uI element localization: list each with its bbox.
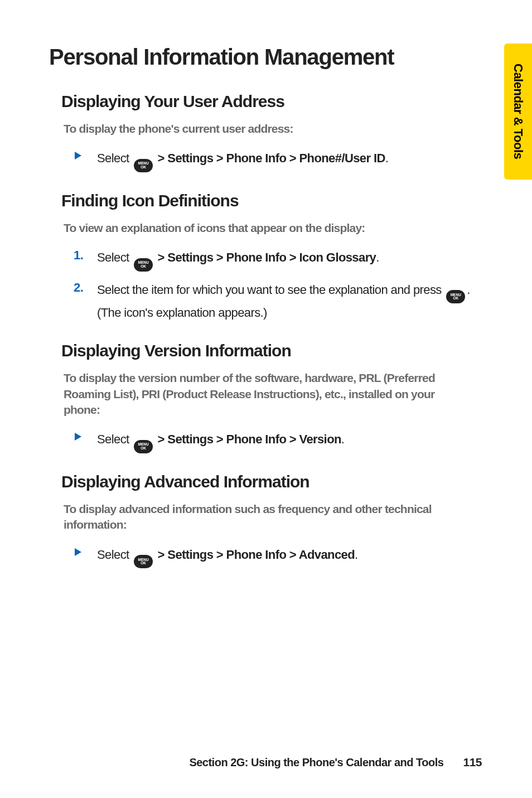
text: . <box>341 432 345 446</box>
step-number: 2. <box>74 280 97 295</box>
svg-marker-0 <box>75 152 81 159</box>
nav-path: > Settings > Phone Info > Advanced <box>154 548 355 562</box>
text: Select <box>97 432 132 446</box>
text: Settings > Phone Info > Icon Glossary <box>167 250 376 264</box>
section-title: Finding Icon Definitions <box>61 191 476 210</box>
triangle-right-icon <box>74 430 97 441</box>
text: > <box>154 548 167 562</box>
list-item: Select MENU OK > Settings > Phone Info >… <box>74 149 475 172</box>
text: . <box>385 151 389 165</box>
triangle-right-icon <box>74 545 97 557</box>
text: > <box>154 250 167 264</box>
step-number: 1. <box>74 248 97 263</box>
nav-path: > Settings > Phone Info > Icon Glossary <box>154 250 376 264</box>
side-tab: Calendar & Tools <box>504 43 532 180</box>
step-text: Select MENU OK > Settings > Phone Info >… <box>97 430 344 453</box>
key-label: MENU OK <box>138 162 148 169</box>
section-advanced-info: Displaying Advanced Information To displ… <box>49 472 476 568</box>
page-title: Personal Information Management <box>49 45 462 70</box>
section-subtitle: To display the phone's current user addr… <box>64 121 454 137</box>
step-text: Select MENU OK > Settings > Phone Info >… <box>97 545 358 569</box>
section-subtitle: To display advanced information such as … <box>64 501 454 533</box>
svg-marker-2 <box>75 548 81 556</box>
key-label: MENU OK <box>138 558 148 565</box>
text: . <box>376 250 379 264</box>
list-item: 1. Select MENU OK > Settings > Phone Inf… <box>74 248 475 272</box>
section-title: Displaying Version Information <box>61 341 476 360</box>
menu-ok-key-icon: MENU OK <box>134 258 153 272</box>
section-user-address: Displaying Your User Address To display … <box>49 92 476 172</box>
menu-ok-key-icon: MENU OK <box>134 440 153 453</box>
document-page: Calendar & Tools Personal Information Ma… <box>0 0 532 798</box>
text: Select <box>97 151 132 165</box>
menu-ok-key-icon: MENU OK <box>134 159 153 172</box>
step-text: Select MENU OK > Settings > Phone Info >… <box>97 149 388 172</box>
text: Select <box>97 250 132 264</box>
text: Settings > Phone Info > Phone#/User ID <box>167 151 385 165</box>
list-item: 2. Select the item for which you want to… <box>74 280 475 323</box>
text: > <box>154 151 167 165</box>
text: Select the item for which you want to se… <box>97 283 444 297</box>
text: Settings > Phone Info > Version <box>167 432 341 446</box>
section-subtitle: To view an explanation of icons that app… <box>64 220 454 236</box>
text: > <box>154 432 167 446</box>
section-subtitle: To display the version number of the sof… <box>64 370 454 418</box>
menu-ok-key-icon: MENU OK <box>446 290 465 303</box>
key-label: MENU OK <box>138 261 148 268</box>
footer-section: Section 2G: Using the Phone's Calendar a… <box>189 756 443 768</box>
text: Settings > Phone Info > Advanced <box>167 548 355 562</box>
text: . <box>355 548 358 562</box>
step-text: Select the item for which you want to se… <box>97 280 475 323</box>
nav-path: > Settings > Phone Info > Version <box>154 432 341 446</box>
key-label: MENU OK <box>451 293 461 301</box>
text: Select <box>97 548 132 562</box>
section-version-info: Displaying Version Information To displa… <box>49 341 476 453</box>
page-footer: Section 2G: Using the Phone's Calendar a… <box>0 756 532 769</box>
menu-ok-key-icon: MENU OK <box>134 555 153 568</box>
page-number: 115 <box>463 756 482 768</box>
section-title: Displaying Advanced Information <box>61 472 476 491</box>
step-text: Select MENU OK > Settings > Phone Info >… <box>97 248 379 272</box>
svg-marker-1 <box>75 433 81 441</box>
section-title: Displaying Your User Address <box>61 92 476 111</box>
triangle-right-icon <box>74 149 97 160</box>
nav-path: > Settings > Phone Info > Phone#/User ID <box>154 151 385 165</box>
section-icon-definitions: Finding Icon Definitions To view an expl… <box>49 191 476 322</box>
side-tab-label: Calendar & Tools <box>511 56 525 167</box>
list-item: Select MENU OK > Settings > Phone Info >… <box>74 545 475 569</box>
key-label: MENU OK <box>138 443 148 450</box>
list-item: Select MENU OK > Settings > Phone Info >… <box>74 430 475 453</box>
